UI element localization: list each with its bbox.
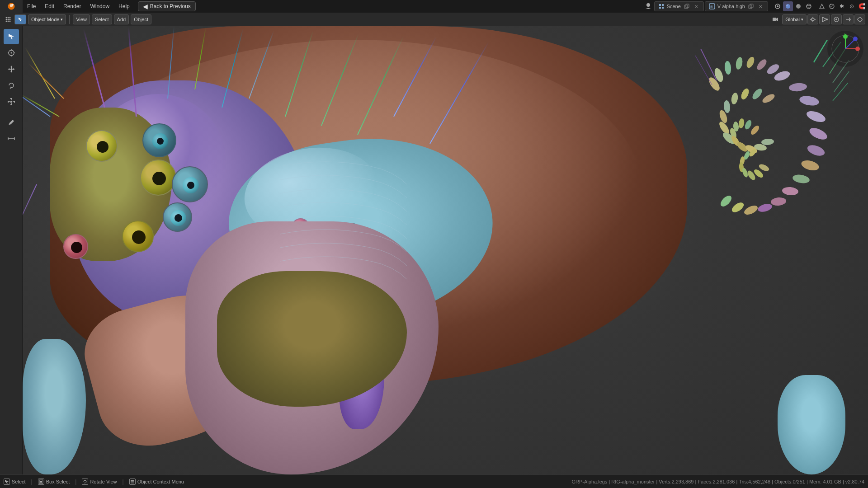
transform-orientation-dropdown[interactable]: Global [782, 14, 807, 24]
scene-copy-icon[interactable] [683, 3, 690, 10]
svg-point-70 [788, 82, 807, 92]
view-menu-btn[interactable]: View [73, 14, 90, 24]
select-status-label: Select [12, 479, 26, 484]
select-tool-button[interactable] [4, 29, 19, 44]
annotate-tool-button[interactable] [4, 115, 19, 130]
cursor-tool-button[interactable] [4, 45, 19, 61]
viewport-overlay-icon[interactable] [827, 2, 836, 11]
svg-point-64 [755, 58, 769, 71]
svg-point-74 [806, 143, 826, 158]
svg-point-66 [735, 56, 744, 70]
scene-close-icon[interactable]: ✕ [693, 3, 700, 10]
svg-point-65 [745, 56, 756, 69]
svg-rect-43 [857, 17, 862, 22]
svg-rect-131 [131, 483, 134, 483]
extra-tools-btn[interactable] [843, 14, 854, 24]
v-alpha-close-icon[interactable]: ✕ [757, 3, 764, 10]
eye-inner-4 [183, 177, 199, 193]
object-menu-btn[interactable]: Object [131, 14, 151, 24]
scale-tool-button[interactable] [4, 94, 19, 109]
proportional-edit-btn[interactable] [831, 14, 842, 24]
spine-left-1 [25, 47, 55, 99]
help-menu[interactable]: Help [114, 0, 134, 13]
edit-menu[interactable]: Edit [40, 0, 59, 13]
context-menu-status-item[interactable]: Object Context Menu [129, 479, 184, 485]
svg-point-21 [807, 5, 811, 7]
gizmo-svg: X Y Z [830, 33, 861, 65]
rotate-view-status-item[interactable]: Rotate View [82, 479, 117, 485]
svg-point-32 [9, 20, 11, 22]
back-to-previous-label: Back to Previous [150, 3, 191, 9]
svg-line-115 [701, 49, 717, 80]
render-wireframe-icon[interactable] [804, 1, 814, 11]
eye-6 [122, 221, 154, 252]
render-menu[interactable]: Render [59, 0, 85, 13]
svg-point-29 [9, 19, 11, 20]
select-menu-btn[interactable]: Select [92, 14, 112, 24]
svg-point-72 [805, 109, 827, 124]
v-alpha-label: V-alpha.high [717, 4, 745, 9]
tris-stat: Tris:4,562,248 [739, 479, 770, 484]
add-menu-btn[interactable]: Add [114, 14, 129, 24]
measure-tool-button[interactable] [4, 131, 19, 146]
render-camera-icon[interactable] [773, 1, 783, 11]
back-arrow-icon: ◀ [143, 3, 148, 10]
svg-line-114 [833, 83, 848, 101]
svg-point-77 [761, 92, 776, 104]
proportional-icon[interactable]: ⊙ [847, 2, 856, 11]
scene-label: Scene [667, 4, 681, 9]
top-right-area: Scene ✕ ⊞ V-alpha.high ✕ [643, 0, 868, 13]
svg-point-81 [723, 100, 731, 113]
v-alpha-selector[interactable]: ⊞ V-alpha.high ✕ [705, 1, 768, 11]
pupil-4 [187, 182, 194, 189]
snap-btn[interactable] [819, 14, 830, 24]
v-alpha-copy-icon[interactable] [747, 3, 755, 10]
box-select-status-item[interactable]: Box Select [38, 479, 70, 485]
svg-point-89 [730, 201, 745, 214]
svg-point-67 [724, 61, 732, 75]
light-blue-tail [778, 375, 845, 474]
svg-point-79 [740, 87, 750, 100]
file-menu[interactable]: File [23, 0, 40, 13]
pupil-6 [132, 230, 146, 244]
sep3: | [123, 479, 124, 485]
eye-4 [172, 166, 208, 202]
svg-point-25 [8, 17, 9, 18]
snap-icon[interactable]: 🧲 [857, 2, 866, 11]
context-menu-label: Object Context Menu [137, 479, 184, 484]
blender-mode-icon [3, 14, 14, 24]
svg-point-76 [792, 174, 811, 184]
user-avatar-icon[interactable] [643, 1, 653, 11]
select-mode-button[interactable] [14, 14, 26, 24]
scene-selector[interactable]: Scene ✕ [654, 1, 704, 11]
window-menu[interactable]: Window [85, 0, 114, 13]
spine-left-2 [28, 63, 64, 99]
eye-inner-5 [170, 210, 186, 226]
keyframe-btn[interactable] [854, 14, 865, 24]
rotate-tool-button[interactable] [4, 78, 19, 93]
context-menu-status-icon [129, 479, 136, 485]
status-bar: Select | Box Select | Rotate View | [0, 474, 868, 488]
svg-point-34 [811, 18, 814, 21]
svg-point-87 [757, 202, 773, 213]
shading-icon[interactable] [817, 2, 826, 11]
gizmo-icon[interactable]: ✱ [837, 2, 846, 11]
svg-point-75 [800, 159, 820, 172]
toolbar-sep-1 [69, 15, 70, 24]
svg-text:Y: Y [844, 33, 847, 37]
back-to-previous-button[interactable]: ◀ Back to Previous [138, 1, 196, 11]
move-tool-button[interactable] [4, 61, 19, 77]
pupil-1 [97, 141, 108, 153]
pivot-point-btn[interactable] [807, 14, 818, 24]
object-mode-dropdown[interactable]: Object Mode [28, 14, 66, 24]
viewport-camera-icon[interactable] [769, 14, 781, 24]
select-status-item[interactable]: Select [4, 479, 26, 485]
viewport[interactable]: X Y Z [23, 26, 868, 474]
render-material-icon[interactable] [783, 1, 793, 11]
render-solid-icon[interactable] [793, 1, 803, 11]
viewport-gizmo[interactable]: X Y Z [827, 31, 863, 67]
light-blue-creature [23, 339, 86, 474]
svg-text:⊞: ⊞ [710, 5, 713, 8]
left-sidebar [0, 26, 23, 474]
svg-point-73 [808, 126, 829, 142]
